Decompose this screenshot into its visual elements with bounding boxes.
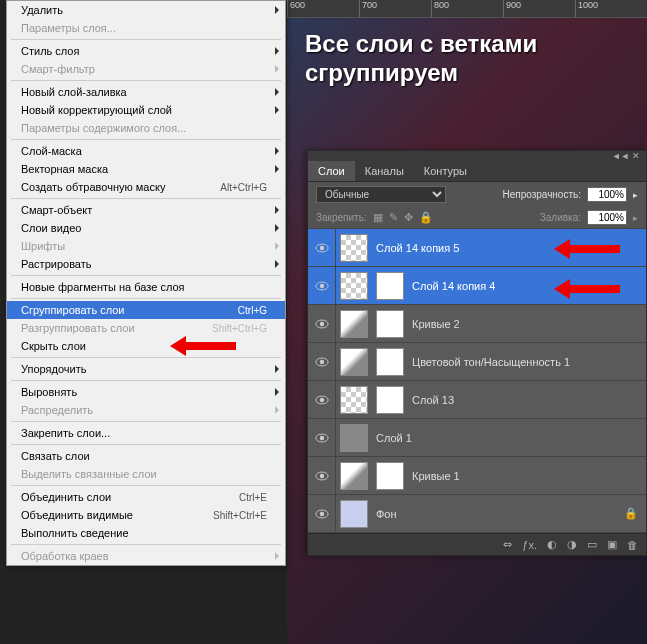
visibility-toggle[interactable]: [308, 457, 336, 494]
delete-layer-icon[interactable]: 🗑: [627, 539, 638, 551]
menu-item[interactable]: Скрыть слои: [7, 337, 285, 355]
menu-shortcut: Alt+Ctrl+G: [220, 182, 267, 193]
menu-item[interactable]: Слои видео: [7, 219, 285, 237]
layer-thumbnail[interactable]: [340, 348, 368, 376]
layer-name[interactable]: Слой 13: [408, 394, 646, 406]
layer-name[interactable]: Цветовой тон/Насыщенность 1: [408, 356, 646, 368]
menu-item[interactable]: Слой-маска: [7, 142, 285, 160]
blend-mode-select[interactable]: Обычные: [316, 186, 446, 203]
layer-mask-thumbnail[interactable]: [376, 386, 404, 414]
layer-thumbnail[interactable]: [340, 424, 368, 452]
menu-item[interactable]: Новые фрагменты на базе слоя: [7, 278, 285, 296]
menu-item[interactable]: Объединить видимыеShift+Ctrl+E: [7, 506, 285, 524]
menu-item[interactable]: Связать слои: [7, 447, 285, 465]
link-layers-icon[interactable]: ⇔: [503, 538, 512, 551]
layer-thumbnail[interactable]: [340, 310, 368, 338]
layer-name[interactable]: Фон: [372, 508, 624, 520]
layer-thumbnail[interactable]: [340, 272, 368, 300]
visibility-toggle[interactable]: [308, 495, 336, 532]
menu-item[interactable]: Сгруппировать слоиCtrl+G: [7, 301, 285, 319]
layer-mask-thumbnail[interactable]: [376, 462, 404, 490]
opacity-input[interactable]: [587, 187, 627, 202]
menu-item[interactable]: Закрепить слои...: [7, 424, 285, 442]
menu-item-label: Скрыть слои: [21, 340, 86, 352]
visibility-toggle[interactable]: [308, 267, 336, 304]
menu-item[interactable]: Удалить: [7, 1, 285, 19]
fx-icon[interactable]: ƒx.: [522, 539, 537, 551]
layer-mask-thumbnail[interactable]: [376, 272, 404, 300]
arrow-annotation: [186, 342, 236, 350]
layer-mask-thumbnail[interactable]: [376, 348, 404, 376]
layer-row[interactable]: Кривые 2: [308, 305, 646, 343]
menu-item[interactable]: Выровнять: [7, 383, 285, 401]
visibility-toggle[interactable]: [308, 381, 336, 418]
svg-point-4: [319, 283, 323, 287]
svg-point-12: [319, 435, 323, 439]
menu-item[interactable]: Упорядочить: [7, 360, 285, 378]
layer-row[interactable]: Фон🔒: [308, 495, 646, 533]
layer-row[interactable]: Цветовой тон/Насыщенность 1: [308, 343, 646, 381]
menu-separator: [11, 275, 281, 276]
panel-collapse-bar[interactable]: ◄◄ ✕: [308, 151, 646, 161]
menu-item: Параметры слоя...: [7, 19, 285, 37]
visibility-toggle[interactable]: [308, 343, 336, 380]
submenu-arrow-icon: [275, 552, 279, 560]
menu-item[interactable]: Создать обтравочную маскуAlt+Ctrl+G: [7, 178, 285, 196]
lock-transparent-icon[interactable]: ▦: [373, 211, 383, 224]
menu-item-label: Новый слой-заливка: [21, 86, 127, 98]
menu-separator: [11, 80, 281, 81]
layer-row[interactable]: Слой 1: [308, 419, 646, 457]
visibility-toggle[interactable]: [308, 419, 336, 456]
tab-channels[interactable]: Каналы: [355, 161, 414, 181]
layer-thumbnail[interactable]: [340, 234, 368, 262]
menu-item-label: Удалить: [21, 4, 63, 16]
menu-item: Обработка краев: [7, 547, 285, 565]
menu-item[interactable]: Объединить слоиCtrl+E: [7, 488, 285, 506]
layer-name[interactable]: Слой 1: [372, 432, 646, 444]
fill-input[interactable]: [587, 210, 627, 225]
svg-point-10: [319, 397, 323, 401]
svg-point-8: [319, 359, 323, 363]
tab-paths[interactable]: Контуры: [414, 161, 477, 181]
layer-row[interactable]: Кривые 1: [308, 457, 646, 495]
layer-row[interactable]: Слой 13: [308, 381, 646, 419]
submenu-arrow-icon: [275, 224, 279, 232]
lock-position-icon[interactable]: ✥: [404, 211, 413, 224]
menu-item-label: Параметры содержимого слоя...: [21, 122, 186, 134]
menu-item[interactable]: Векторная маска: [7, 160, 285, 178]
layer-name[interactable]: Кривые 1: [408, 470, 646, 482]
layers-panel: ◄◄ ✕ Слои Каналы Контуры Обычные Непрозр…: [307, 150, 647, 556]
menu-item[interactable]: Стиль слоя: [7, 42, 285, 60]
opacity-arrow-icon[interactable]: ▸: [633, 190, 638, 200]
layer-context-menu: УдалитьПараметры слоя...Стиль слояСмарт-…: [6, 0, 286, 566]
layer-name[interactable]: Кривые 2: [408, 318, 646, 330]
lock-all-icon[interactable]: 🔒: [419, 211, 433, 224]
menu-item[interactable]: Новый корректирующий слой: [7, 101, 285, 119]
visibility-toggle[interactable]: [308, 305, 336, 342]
fill-arrow-icon[interactable]: ▸: [633, 213, 638, 223]
submenu-arrow-icon: [275, 406, 279, 414]
adjustment-icon[interactable]: ◑: [567, 538, 577, 551]
tab-layers[interactable]: Слои: [308, 161, 355, 181]
layer-thumbnail[interactable]: [340, 462, 368, 490]
menu-separator: [11, 485, 281, 486]
new-layer-icon[interactable]: ▣: [607, 538, 617, 551]
menu-item-label: Новые фрагменты на базе слоя: [21, 281, 185, 293]
menu-item[interactable]: Новый слой-заливка: [7, 83, 285, 101]
menu-item[interactable]: Смарт-объект: [7, 201, 285, 219]
lock-label: Закрепить:: [316, 212, 367, 223]
menu-item[interactable]: Выполнить сведение: [7, 524, 285, 542]
menu-item: Распределить: [7, 401, 285, 419]
menu-item-label: Смарт-фильтр: [21, 63, 95, 75]
arrow-annotation: [570, 245, 620, 253]
lock-pixels-icon[interactable]: ✎: [389, 211, 398, 224]
layer-thumbnail[interactable]: [340, 500, 368, 528]
submenu-arrow-icon: [275, 388, 279, 396]
new-group-icon[interactable]: ▭: [587, 538, 597, 551]
menu-item-label: Распределить: [21, 404, 93, 416]
visibility-toggle[interactable]: [308, 229, 336, 266]
layer-mask-thumbnail[interactable]: [376, 310, 404, 338]
menu-item[interactable]: Растрировать: [7, 255, 285, 273]
layer-thumbnail[interactable]: [340, 386, 368, 414]
add-mask-icon[interactable]: ◐: [547, 538, 557, 551]
